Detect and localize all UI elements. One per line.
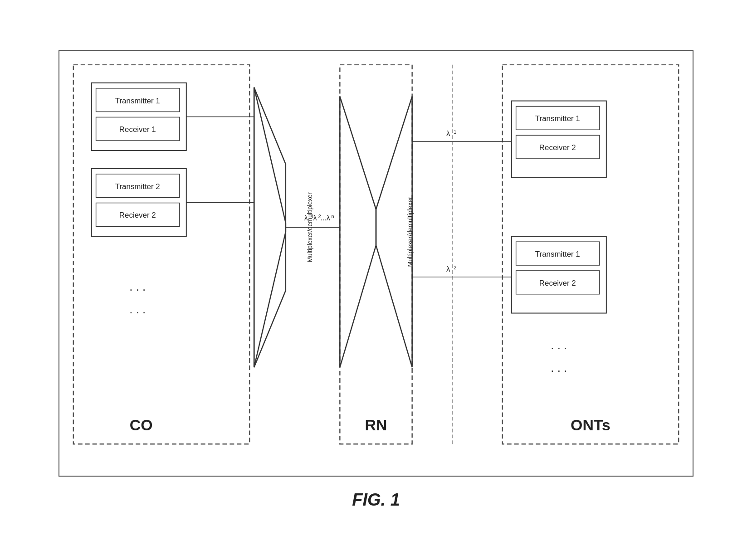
svg-text:. . .: . . . xyxy=(551,361,567,374)
svg-rect-9 xyxy=(92,169,186,236)
svg-text:Reciever 2: Reciever 2 xyxy=(119,211,156,219)
svg-text:...λ: ...λ xyxy=(321,214,330,222)
svg-text:λ: λ xyxy=(304,214,308,222)
svg-rect-2 xyxy=(503,65,679,444)
svg-rect-6 xyxy=(96,117,180,141)
svg-rect-1 xyxy=(340,65,412,444)
svg-text:λ: λ xyxy=(446,129,450,138)
svg-rect-45 xyxy=(512,236,606,313)
svg-rect-0 xyxy=(73,65,249,444)
svg-text:Receiver 2: Receiver 2 xyxy=(539,143,576,152)
svg-marker-29 xyxy=(376,97,412,367)
svg-marker-18 xyxy=(254,88,286,367)
svg-text:Multiplexer/demultiplexer: Multiplexer/demultiplexer xyxy=(406,197,414,267)
svg-text:Receiver 2: Receiver 2 xyxy=(539,279,576,287)
svg-text:Transmitter 1: Transmitter 1 xyxy=(535,114,580,123)
svg-rect-12 xyxy=(96,203,180,227)
diagram-area: Transmitter 1 Receiver 1 Transmitter 2 R… xyxy=(59,50,693,477)
svg-marker-28 xyxy=(340,97,376,367)
svg-rect-42 xyxy=(516,135,600,159)
svg-text:. . .: . . . xyxy=(129,303,146,316)
svg-text:1: 1 xyxy=(311,214,314,219)
svg-text:. . .: . . . xyxy=(551,339,567,351)
main-container: Transmitter 1 Receiver 1 Transmitter 2 R… xyxy=(36,50,716,510)
svg-rect-48 xyxy=(516,271,600,294)
svg-text:Receiver 1: Receiver 1 xyxy=(119,125,156,134)
svg-text:Transmitter 1: Transmitter 1 xyxy=(115,97,160,105)
svg-rect-3 xyxy=(92,83,186,151)
svg-text:1: 1 xyxy=(454,129,456,135)
svg-rect-10 xyxy=(96,174,180,198)
svg-text:λ: λ xyxy=(313,214,317,222)
svg-text:. . .: . . . xyxy=(129,280,146,293)
figure-label: FIG. 1 xyxy=(352,490,400,510)
svg-rect-40 xyxy=(516,106,600,130)
svg-rect-46 xyxy=(516,242,600,265)
svg-marker-19 xyxy=(254,88,286,367)
svg-rect-4 xyxy=(96,88,180,112)
svg-text:2: 2 xyxy=(318,214,321,219)
diagram-svg: Transmitter 1 Receiver 1 Transmitter 2 R… xyxy=(59,51,693,476)
svg-text:Transmitter 1: Transmitter 1 xyxy=(535,250,580,258)
svg-text:λ: λ xyxy=(446,265,450,273)
svg-text:Transmitter 2: Transmitter 2 xyxy=(115,182,160,191)
svg-text:Multiplexer/demultiplexer: Multiplexer/demultiplexer xyxy=(306,192,313,263)
svg-text:n: n xyxy=(331,214,334,219)
svg-text:RN: RN xyxy=(365,416,387,433)
svg-rect-39 xyxy=(512,101,606,178)
svg-text:2: 2 xyxy=(454,265,456,270)
svg-text:CO: CO xyxy=(130,416,153,433)
svg-text:ONTs: ONTs xyxy=(571,416,610,433)
